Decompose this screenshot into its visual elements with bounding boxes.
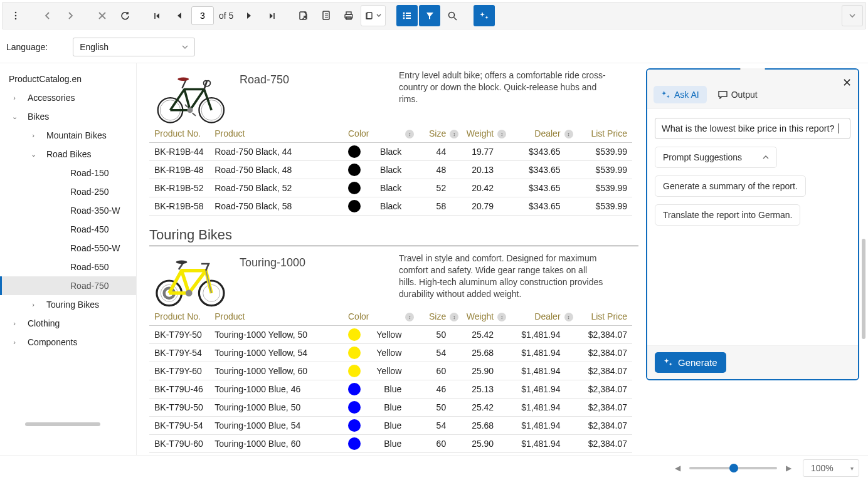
zoom-out-icon[interactable]: ◀ (672, 461, 683, 475)
cell-color-swatch (343, 179, 369, 197)
col-product[interactable]: Product (209, 125, 343, 143)
col-color[interactable]: Color (343, 308, 406, 326)
refresh-button[interactable] (114, 5, 135, 26)
sidebar-item[interactable]: ⌄Bikes (0, 107, 136, 126)
sidebar-scrollbar[interactable] (25, 422, 100, 426)
generate-button[interactable]: Generate (655, 352, 726, 373)
col-product[interactable]: Product (209, 308, 343, 326)
chevron-right-icon[interactable]: › (9, 338, 20, 346)
zoom-slider-thumb[interactable] (729, 464, 738, 472)
prompt-suggestions-toggle[interactable]: Prompt Suggestions (655, 147, 777, 168)
ai-prompt-button[interactable] (474, 5, 495, 26)
export-dropdown[interactable] (361, 5, 386, 26)
col-weight[interactable]: ↕Weight (451, 125, 499, 143)
cell-color-name: Black (369, 197, 407, 216)
prompt-suggestion[interactable]: Generate a summary of the report. (655, 175, 806, 197)
language-select[interactable]: English (73, 38, 195, 56)
cell-size: 48 (406, 161, 451, 179)
sidebar-item[interactable]: Road-250 (0, 182, 136, 201)
chevron-right-icon[interactable]: › (28, 132, 39, 139)
cell-color-name: Yellow (369, 453, 407, 456)
sidebar-item[interactable]: ›Touring Bikes (0, 295, 136, 314)
product-title: Touring-1000 (240, 256, 390, 269)
cell-size: 44 (406, 143, 451, 161)
cell-color-name: Yellow (369, 344, 407, 362)
document-map-button[interactable] (396, 5, 418, 26)
zoom-in-icon[interactable]: ▶ (783, 461, 794, 475)
col-product-no[interactable]: Product No. (149, 308, 209, 326)
cell-product-no: BK-R19B-48 (149, 161, 209, 179)
sidebar-item-label: Clothing (28, 318, 60, 328)
col-list-price[interactable]: ↕List Price (566, 308, 632, 326)
menu-icon[interactable] (5, 5, 26, 26)
product-table: Product No. Product Color ↕Size ↕Weight … (149, 125, 632, 216)
sidebar-item[interactable]: Road-150 (0, 164, 136, 182)
parameters-button[interactable] (419, 5, 440, 26)
sidebar-item[interactable]: Road-550-W (0, 239, 136, 258)
sidebar-item[interactable]: Road-650 (0, 258, 136, 276)
svg-point-9 (403, 13, 405, 14)
cell-list-price: $2,384.07 (566, 380, 632, 399)
cell-dealer: $1,481.94 (499, 399, 565, 417)
sidebar-item[interactable]: ›Components (0, 333, 136, 352)
col-color[interactable]: Color (343, 125, 406, 143)
sidebar-item[interactable]: ›Clothing (0, 314, 136, 333)
cell-size: 58 (406, 197, 451, 216)
col-dealer[interactable]: ↕Dealer (499, 125, 565, 143)
cell-weight: 20.13 (451, 161, 499, 179)
sidebar-item[interactable]: Road-450 (0, 220, 136, 239)
page-number-input[interactable] (191, 6, 214, 25)
zoom-select[interactable]: 100% ▾ (803, 459, 859, 477)
next-page-button[interactable] (238, 5, 260, 26)
ai-prompt-input[interactable]: What is the lowest bike price in this re… (655, 118, 850, 139)
sidebar-item[interactable]: Road-350-W (0, 201, 136, 220)
tree-root[interactable]: ProductCatalog.en (0, 70, 136, 88)
prompt-suggestion[interactable]: Translate the report into German. (655, 204, 800, 226)
table-row: BK-T79Y-54Touring-1000 Yellow, 54Yellow5… (149, 344, 632, 362)
chevron-down-icon[interactable]: ⌄ (9, 113, 20, 121)
vertical-scrollbar[interactable] (862, 239, 865, 339)
sidebar-item-label: Road-650 (70, 262, 109, 272)
cell-product-name: Road-750 Black, 44 (209, 143, 343, 161)
sidebar-item[interactable]: Road-750 (0, 276, 136, 295)
col-size[interactable]: ↕Size (406, 125, 451, 143)
sidebar-item-label: Road-250 (70, 187, 109, 197)
stop-button[interactable] (92, 5, 113, 26)
cell-list-price: $2,384.07 (566, 453, 632, 456)
chevron-down-icon[interactable]: ⌄ (28, 150, 39, 159)
nav-back-button[interactable] (37, 5, 58, 26)
cell-color-swatch (343, 380, 369, 399)
chevron-right-icon[interactable]: › (9, 94, 20, 102)
print-layout-button[interactable] (293, 5, 314, 26)
cell-size: 54 (406, 344, 451, 362)
sidebar-item[interactable]: ⌄Road Bikes (0, 145, 136, 164)
close-icon[interactable]: ✕ (842, 76, 852, 90)
toolbar-overflow-button[interactable] (842, 5, 863, 26)
first-page-button[interactable] (146, 5, 167, 26)
col-weight[interactable]: ↕Weight (451, 308, 499, 326)
sidebar-item-label: Bikes (28, 112, 49, 122)
prev-page-button[interactable] (169, 5, 190, 26)
chevron-right-icon[interactable]: › (28, 301, 39, 308)
tab-ask-ai[interactable]: Ask AI (654, 86, 707, 103)
sidebar-item[interactable]: ›Accessories (0, 88, 136, 107)
zoom-value: 100% (811, 463, 834, 473)
page-setup-button[interactable] (315, 5, 337, 26)
zoom-slider[interactable] (689, 467, 777, 469)
nav-forward-button[interactable] (60, 5, 81, 26)
last-page-button[interactable] (261, 5, 282, 26)
col-dealer[interactable]: ↕Dealer (499, 308, 565, 326)
cell-color-name: Black (369, 179, 407, 197)
svg-rect-14 (406, 18, 411, 19)
cell-list-price: $539.99 (566, 179, 632, 197)
sidebar-item[interactable]: ›Mountain Bikes (0, 126, 136, 145)
svg-rect-12 (406, 15, 411, 16)
report-viewport[interactable]: Road-750 Entry level adult bike; offers … (137, 63, 868, 455)
chevron-right-icon[interactable]: › (9, 320, 20, 327)
search-button[interactable] (442, 5, 463, 26)
tab-output[interactable]: Output (711, 86, 765, 103)
print-button[interactable] (338, 5, 359, 26)
col-product-no[interactable]: Product No. (149, 125, 209, 143)
col-size[interactable]: ↕Size (406, 308, 451, 326)
col-list-price[interactable]: ↕List Price (566, 125, 632, 143)
